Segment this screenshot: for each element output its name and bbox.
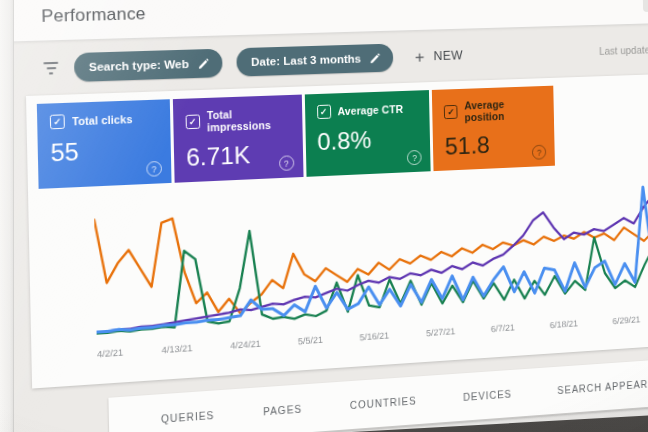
help-icon[interactable]: ? (532, 145, 546, 160)
x-tick-label: 5/5/21 (298, 335, 323, 347)
edit-pencil-icon (370, 52, 381, 63)
x-tick-label: 6/18/21 (549, 318, 578, 330)
search-type-chip[interactable]: Search type: Web (74, 49, 223, 82)
metric-label: Average position (464, 97, 544, 124)
tab-pages[interactable]: PAGES (239, 401, 326, 418)
metric-card-total-clicks[interactable]: ✓ Total clicks 55 ? (37, 99, 171, 189)
tab-search-appearance[interactable]: SEARCH APPEARANCE (535, 374, 648, 397)
filter-list-icon[interactable] (42, 62, 59, 75)
date-range-chip[interactable]: Date: Last 3 months (237, 44, 394, 77)
checkbox-checked-icon[interactable]: ✓ (50, 114, 65, 129)
help-icon[interactable]: ? (407, 150, 422, 166)
page-title: Performance (41, 4, 146, 27)
metric-card-average-ctr[interactable]: ✓ Average CTR 0.8% ? (304, 90, 431, 177)
tab-countries[interactable]: COUNTRIES (326, 393, 440, 412)
metric-value: 6.71K (186, 139, 293, 172)
new-filter-label: NEW (433, 48, 463, 63)
checkbox-checked-icon[interactable]: ✓ (185, 114, 200, 129)
checkbox-checked-icon[interactable]: ✓ (317, 105, 331, 120)
x-tick-label: 5/16/21 (360, 330, 390, 342)
help-icon[interactable]: ? (278, 155, 293, 171)
export-button[interactable] (643, 0, 648, 12)
help-icon[interactable]: ? (146, 161, 162, 177)
performance-chart[interactable]: 4/2/214/13/214/24/215/5/215/16/215/27/21… (94, 174, 648, 360)
edit-pencil-icon (198, 58, 209, 70)
app-window: Performance Search type: Web Date: Last … (0, 0, 648, 432)
metric-label: Total clicks (72, 113, 133, 128)
metric-card-average-position[interactable]: ✓ Average position 51.8 ? (432, 86, 555, 171)
search-type-chip-label: Search type: Web (89, 58, 189, 73)
metric-label: Total impressions (207, 106, 292, 133)
metric-cards: ✓ Total clicks 55 ? ✓ Total impressions … (37, 86, 555, 189)
metric-value: 55 (50, 134, 160, 167)
metric-label: Average CTR (337, 103, 403, 117)
x-tick-label: 6/7/21 (490, 322, 514, 334)
tab-queries[interactable]: QUERIES (136, 408, 239, 427)
metric-card-total-impressions[interactable]: ✓ Total impressions 6.71K ? (173, 95, 303, 183)
search-console-performance-screenshot: Performance Search type: Web Date: Last … (0, 0, 648, 432)
checkbox-checked-icon[interactable]: ✓ (444, 105, 458, 119)
screen-left-bezel (0, 0, 14, 432)
performance-panel: ✓ Total clicks 55 ? ✓ Total impressions … (26, 73, 648, 389)
plus-icon: + (415, 48, 425, 65)
date-range-chip-label: Date: Last 3 months (251, 53, 361, 68)
x-tick-label: 4/2/21 (97, 347, 124, 359)
metric-value: 51.8 (445, 129, 546, 161)
x-tick-label: 4/13/21 (162, 343, 193, 355)
last-updated-text: Last updated: 5 hour (599, 42, 648, 56)
tab-devices[interactable]: DEVICES (440, 386, 535, 404)
new-filter-button[interactable]: + NEW (415, 47, 463, 65)
x-tick-label: 5/27/21 (426, 326, 455, 338)
metric-value: 0.8% (317, 124, 421, 156)
x-tick-label: 4/24/21 (230, 339, 261, 351)
x-tick-label: 6/29/21 (612, 314, 640, 326)
